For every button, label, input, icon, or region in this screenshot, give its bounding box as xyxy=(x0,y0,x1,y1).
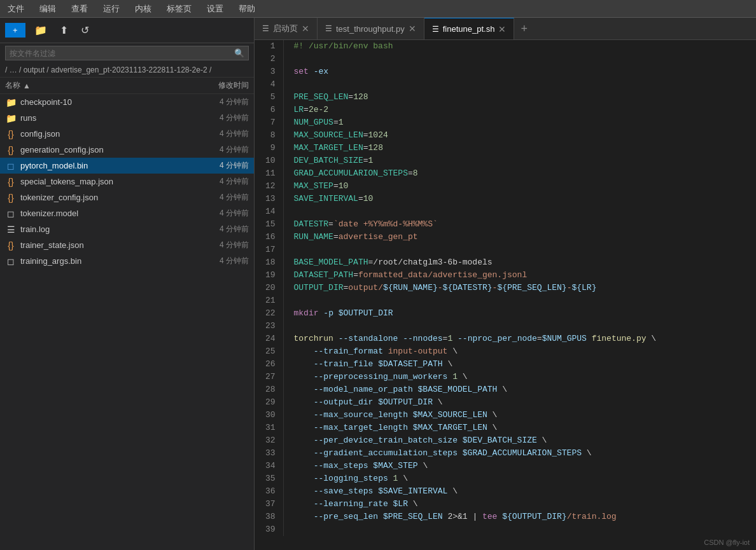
file-name: runs xyxy=(20,113,198,123)
code-line: 20 OUTPUT_DIR=output/${RUN_NAME}-${DATES… xyxy=(255,282,756,294)
code-line: 17 xyxy=(255,244,756,256)
file-icon: ◻ xyxy=(5,209,17,219)
folder-icon: 📁 xyxy=(5,97,17,107)
sidebar-toolbar: + 📁 ⬆ ↺ xyxy=(0,18,254,43)
tab-sh-icon: ☰ xyxy=(432,25,439,34)
menu-item-help[interactable]: 帮助 xyxy=(236,2,258,16)
file-time: 4 分钟前 xyxy=(198,97,249,107)
refresh-button[interactable]: ↺ xyxy=(77,22,93,39)
tab-close-button[interactable]: ✕ xyxy=(498,24,506,34)
sidebar: + 📁 ⬆ ↺ 🔍 / … / output / advertise_gen_p… xyxy=(0,18,255,550)
file-item[interactable]: ◻ tokenizer.model 4 分钟前 xyxy=(0,205,254,221)
search-icon: 🔍 xyxy=(234,48,244,58)
plus-icon: + xyxy=(13,25,18,35)
menu-bar: 文件 编辑 查看 运行 内核 标签页 设置 帮助 xyxy=(0,0,756,18)
file-time: 4 分钟前 xyxy=(198,160,249,171)
file-item[interactable]: ◻ pytorch_model.bin 4 分钟前 xyxy=(0,158,254,174)
file-item[interactable]: {} generation_config.json 4 分钟前 xyxy=(0,142,254,158)
menu-item-settings[interactable]: 设置 xyxy=(204,2,226,16)
file-item[interactable]: {} special_tokens_map.json 4 分钟前 xyxy=(0,174,254,189)
tab-finetune[interactable]: ☰ finetune_pt.sh ✕ xyxy=(424,18,515,40)
menu-item-tabs[interactable]: 标签页 xyxy=(164,2,194,16)
file-name: generation_config.json xyxy=(20,145,198,155)
main-area: + 📁 ⬆ ↺ 🔍 / … / output / advertise_gen_p… xyxy=(0,18,756,550)
code-editor[interactable]: 1 #! /usr/bin/env bash 2 3 set -ex 4 5 xyxy=(255,40,756,550)
menu-item-kernel[interactable]: 内核 xyxy=(132,2,154,16)
code-line: 39 xyxy=(255,523,756,536)
code-line: 2 xyxy=(255,53,756,65)
menu-item-edit[interactable]: 编辑 xyxy=(37,2,59,16)
file-time: 4 分钟前 xyxy=(198,240,249,251)
code-line: 27 --preprocessing_num_workers 1 \ xyxy=(255,371,756,383)
new-button[interactable]: + xyxy=(5,23,25,38)
code-line: 11 GRAD_ACCUMULARION_STEPS=8 xyxy=(255,167,756,180)
code-table: 1 #! /usr/bin/env bash 2 3 set -ex 4 5 xyxy=(255,40,756,536)
file-item[interactable]: {} tokenizer_config.json 4 分钟前 xyxy=(0,189,254,205)
file-list: 📁 checkpoint-10 4 分钟前 📁 runs 4 分钟前 {} co… xyxy=(0,94,254,550)
folder-icon: 📁 xyxy=(5,113,17,123)
file-icon: ◻ xyxy=(5,256,17,266)
file-item[interactable]: 📁 checkpoint-10 4 分钟前 xyxy=(0,94,254,110)
code-line: 1 #! /usr/bin/env bash xyxy=(255,40,756,53)
code-line: 18 BASE_MODEL_PATH=/root/chatglm3-6b-mod… xyxy=(255,256,756,269)
file-name: tokenizer.model xyxy=(20,209,198,218)
tab-throughput[interactable]: ☰ test_throughput.py ✕ xyxy=(318,18,424,40)
file-time: 4 分钟前 xyxy=(198,192,249,203)
search-box: 🔍 xyxy=(5,46,249,60)
file-item[interactable]: {} trainer_state.json 4 分钟前 xyxy=(0,237,254,253)
file-time: 4 分钟前 xyxy=(198,144,249,155)
code-line: 30 --max_source_length $MAX_SOURCE_LEN \ xyxy=(255,409,756,422)
code-line: 26 --train_file $DATASET_PATH \ xyxy=(255,358,756,371)
json-icon: {} xyxy=(5,240,17,251)
tab-label: test_throughput.py xyxy=(336,24,405,34)
file-item[interactable]: 📁 runs 4 分钟前 xyxy=(0,110,254,126)
menu-item-file[interactable]: 文件 xyxy=(5,2,27,16)
tab-close-button[interactable]: ✕ xyxy=(302,24,309,34)
tab-page-icon: ☰ xyxy=(262,24,269,33)
file-item[interactable]: ☰ train.log 4 分钟前 xyxy=(0,221,254,237)
code-line: 13 SAVE_INTERVAL=10 xyxy=(255,193,756,205)
file-name: pytorch_model.bin xyxy=(20,161,198,170)
file-name: checkpoint-10 xyxy=(20,97,198,107)
menu-item-run[interactable]: 运行 xyxy=(101,2,122,16)
upload-button[interactable]: ⬆ xyxy=(56,22,72,39)
open-folder-button[interactable]: 📁 xyxy=(31,22,51,39)
tab-startpage[interactable]: ☰ 启动页 ✕ xyxy=(255,18,318,40)
search-input[interactable] xyxy=(10,49,234,58)
code-line: 33 --gradient_accumulation_steps $GRAD_A… xyxy=(255,447,756,460)
editor-area: ☰ 启动页 ✕ ☰ test_throughput.py ✕ ☰ finetun… xyxy=(255,18,756,550)
menu-item-view[interactable]: 查看 xyxy=(69,2,90,16)
file-time: 4 分钟前 xyxy=(198,208,249,219)
code-line: 6 LR=2e-2 xyxy=(255,104,756,116)
code-line: 8 MAX_SOURCE_LEN=1024 xyxy=(255,129,756,142)
code-line: 5 PRE_SEQ_LEN=128 xyxy=(255,91,756,104)
tab-close-button[interactable]: ✕ xyxy=(409,24,416,34)
code-line: 14 xyxy=(255,205,756,218)
file-item[interactable]: ◻ training_args.bin 4 分钟前 xyxy=(0,253,254,269)
file-item[interactable]: {} config.json 4 分钟前 xyxy=(0,126,254,142)
code-line: 4 xyxy=(255,78,756,91)
breadcrumb: / … / output / advertise_gen_pt-20231113… xyxy=(0,63,254,78)
sort-icon: ▲ xyxy=(23,81,31,90)
code-line: 9 MAX_TARGET_LEN=128 xyxy=(255,142,756,155)
code-line: 35 --logging_steps 1 \ xyxy=(255,472,756,485)
file-name: config.json xyxy=(20,129,198,139)
code-line: 37 --learning_rate $LR \ xyxy=(255,498,756,511)
code-line: 16 RUN_NAME=advertise_gen_pt xyxy=(255,231,756,244)
column-name[interactable]: 名称 ▲ xyxy=(5,80,198,91)
column-time: 修改时间 xyxy=(198,80,249,91)
tab-label: 启动页 xyxy=(273,23,298,34)
code-line: 31 --max_target_length $MAX_TARGET_LEN \ xyxy=(255,422,756,434)
tab-label: finetune_pt.sh xyxy=(443,24,495,34)
code-line: 22 mkdir -p $OUTPUT_DIR xyxy=(255,307,756,320)
file-time: 4 分钟前 xyxy=(198,128,249,139)
file-name: tokenizer_config.json xyxy=(20,193,198,202)
code-line: 24 torchrun --standalone --nnodes=1 --np… xyxy=(255,333,756,345)
tab-add-button[interactable]: + xyxy=(514,22,534,36)
file-name: special_tokens_map.json xyxy=(20,177,198,186)
file-time: 4 分钟前 xyxy=(198,176,249,187)
code-line: 3 set -ex xyxy=(255,65,756,78)
json-icon: {} xyxy=(5,145,17,155)
code-line: 32 --per_device_train_batch_size $DEV_BA… xyxy=(255,434,756,447)
file-list-header: 名称 ▲ 修改时间 xyxy=(0,78,254,94)
